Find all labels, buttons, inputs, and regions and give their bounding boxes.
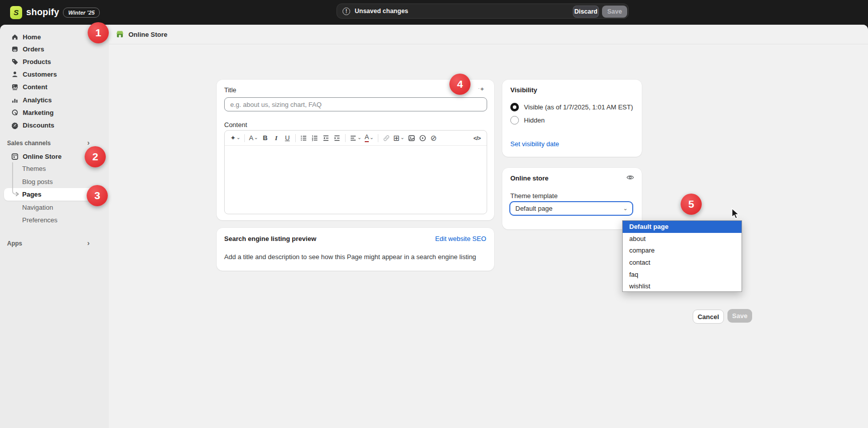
sidebar-item-home[interactable]: Home [4,31,96,43]
sidebar-item-preferences[interactable]: Preferences [4,214,96,226]
discard-button[interactable]: Discard [573,6,599,18]
dropdown-option-about[interactable]: about [623,233,742,245]
text-color-icon[interactable]: A⌄ [364,133,375,144]
alert-icon: ! [343,8,350,15]
sidebar-item-products[interactable]: Products [4,55,96,68]
save-button[interactable]: Save [727,309,752,323]
annotation-badge-2: 2 [85,146,106,167]
table-icon[interactable]: ⊞⌄ [392,133,406,144]
sidebar-item-online-store[interactable]: Online Store [4,150,96,162]
sidebar-item-discounts[interactable]: Discounts [4,119,96,131]
storefront-icon [11,153,19,160]
set-visibility-date-link[interactable]: Set visibility date [510,140,559,148]
chevron-down-icon: ⌄ [623,205,628,212]
sales-channels-header[interactable]: Sales channels › [4,138,96,149]
editor-toolbar: ✦⌄ A⌄ B I U ⌄ A⌄ ⊞⌄ ⊘ </> [225,131,487,146]
top-bar: S shopify Winter ’25 ! Unsaved changes D… [0,0,868,25]
apps-header[interactable]: Apps › [4,238,96,249]
bullet-list-icon[interactable] [299,133,309,144]
sidebar-item-navigation[interactable]: Navigation [4,201,96,214]
eye-icon[interactable] [626,174,634,183]
dropdown-option-compare[interactable]: compare [623,244,742,257]
indent-icon[interactable] [332,133,342,144]
link-icon[interactable] [381,133,391,144]
toolbar-divider [345,134,346,142]
visible-radio-option[interactable]: Visible (as of 1/7/2025, 1:01 AM EST) [510,103,633,111]
cancel-button[interactable]: Cancel [693,310,724,324]
radio-selected-icon[interactable] [510,103,519,111]
dropdown-option-contact[interactable]: contact [623,257,742,269]
online-store-card: Online store Theme template Default page… [502,168,642,229]
text-style-icon[interactable]: A⌄ [248,133,259,144]
ai-magic-icon[interactable]: ✦⌄ [229,133,241,144]
video-icon[interactable] [418,133,428,144]
online-store-card-title: Online store [510,174,549,182]
outdent-icon[interactable] [321,133,331,144]
underline-icon[interactable]: U [282,133,292,144]
chevron-right-icon: › [87,138,90,147]
unsaved-changes-banner: ! Unsaved changes Discard Save [337,4,629,19]
dropdown-option-faq[interactable]: faq [623,268,742,280]
content-icon [11,83,19,91]
image-icon[interactable] [407,133,417,144]
toolbar-divider [295,134,296,142]
dropdown-option-wishlist[interactable]: wishlist [623,280,742,292]
sidebar-item-customers[interactable]: Customers [4,68,96,80]
visibility-card-title: Visibility [510,86,537,94]
theme-template-select[interactable]: Default page ⌄ [509,201,633,216]
sidebar-item-themes[interactable]: Themes [4,162,96,175]
toolbar-divider [244,134,245,142]
page-details-card: Title ˖✦ Content ✦⌄ A⌄ B I U ⌄ A⌄ [217,80,494,220]
discounts-icon [11,121,19,129]
toolbar-divider [378,134,378,142]
chevron-right-icon: › [87,238,90,247]
theme-template-dropdown: Default page about compare contact faq w… [622,220,742,292]
title-input[interactable] [224,97,487,111]
align-icon[interactable]: ⌄ [349,133,362,144]
annotation-badge-4: 4 [449,74,471,95]
mouse-cursor-icon [730,208,741,220]
dropdown-option-default-page[interactable]: Default page [623,221,742,233]
products-icon [11,58,19,66]
hidden-radio-option[interactable]: Hidden [510,116,545,125]
title-field-label: Title [224,86,236,94]
content-field-label: Content [224,121,247,129]
bold-icon[interactable]: B [260,133,270,144]
code-icon[interactable]: </> [472,133,482,144]
analytics-icon [11,96,19,104]
version-badge: Winter ’25 [63,8,99,18]
sidebar: Home Orders Products Customers Content A… [0,25,109,428]
home-icon [11,33,19,41]
breadcrumb-bar: Online Store [109,25,868,44]
unsaved-changes-text: Unsaved changes [355,8,408,15]
radio-unselected-icon[interactable] [510,116,519,125]
sidebar-item-content[interactable]: Content [4,81,96,93]
shopify-logo[interactable]: S shopify Winter ’25 [10,6,100,19]
edit-website-seo-link[interactable]: Edit website SEO [435,235,486,242]
sidebar-item-analytics[interactable]: Analytics [4,94,96,106]
annotation-badge-1: 1 [88,22,109,43]
orders-icon [11,45,19,53]
sidebar-item-pages[interactable]: Pages [4,188,96,201]
clear-format-icon[interactable]: ⊘ [429,133,439,144]
breadcrumb: Online Store [128,31,167,38]
content-editor[interactable] [225,146,487,214]
seo-card: Search engine listing preview Edit websi… [217,228,494,271]
visibility-card: Visibility Visible (as of 1/7/2025, 1:01… [502,80,642,157]
shopify-wordmark: shopify [26,7,59,18]
sparkle-icon[interactable]: ˖✦ [478,86,485,93]
shopify-bag-icon: S [10,6,22,19]
save-button-topbar[interactable]: Save [602,6,627,18]
annotation-badge-3: 3 [87,185,108,206]
theme-template-value: Default page [515,205,553,212]
numbered-list-icon[interactable] [310,133,320,144]
theme-template-label: Theme template [510,192,558,200]
online-store-icon [115,30,124,39]
sidebar-item-marketing[interactable]: Marketing [4,106,96,118]
seo-card-title: Search engine listing preview [224,235,316,242]
annotation-badge-5: 5 [681,194,702,215]
italic-icon[interactable]: I [271,133,281,144]
sidebar-item-blog-posts[interactable]: Blog posts [4,175,96,188]
sidebar-item-orders[interactable]: Orders [4,43,96,55]
marketing-icon [11,109,19,116]
